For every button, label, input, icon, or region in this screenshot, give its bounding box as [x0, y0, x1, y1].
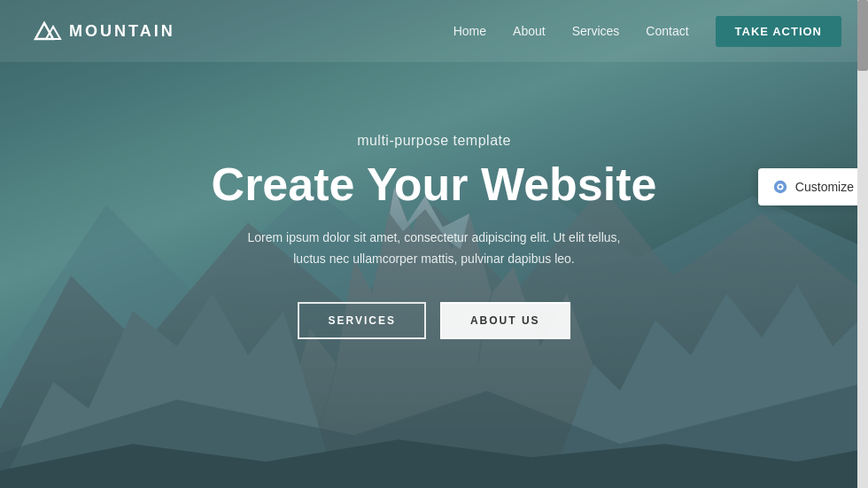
about-button[interactable]: ABOUT US	[440, 302, 570, 339]
navbar: MountaIN Home About Services Contact TAK…	[0, 0, 868, 62]
nav-services[interactable]: Services	[572, 24, 620, 38]
scrollbar-thumb[interactable]	[857, 0, 868, 71]
nav-about[interactable]: About	[513, 24, 546, 38]
services-button[interactable]: SERVICES	[298, 302, 425, 339]
customize-label: Customize	[795, 180, 854, 194]
logo-icon	[27, 16, 62, 46]
nav-contact[interactable]: Contact	[646, 24, 688, 38]
hero-title: Create Your Website	[0, 159, 868, 210]
hero-description: Lorem ipsum dolor sit amet, consectetur …	[230, 228, 638, 270]
customize-icon	[772, 179, 788, 195]
hero-subtitle: multi-purpose template	[0, 133, 868, 149]
logo[interactable]: MountaIN	[27, 16, 175, 46]
logo-text: MountaIN	[69, 22, 175, 41]
customize-button[interactable]: Customize	[758, 168, 868, 205]
nav-links: Home About Services Contact TAKE ACTION	[453, 23, 841, 39]
nav-home[interactable]: Home	[453, 24, 486, 38]
hero-buttons: SERVICES ABOUT US	[0, 302, 868, 339]
nav-cta-button[interactable]: TAKE ACTION	[716, 16, 841, 47]
svg-point-13	[779, 185, 782, 189]
scrollbar-track	[857, 0, 868, 488]
hero-content: multi-purpose template Create Your Websi…	[0, 62, 868, 339]
